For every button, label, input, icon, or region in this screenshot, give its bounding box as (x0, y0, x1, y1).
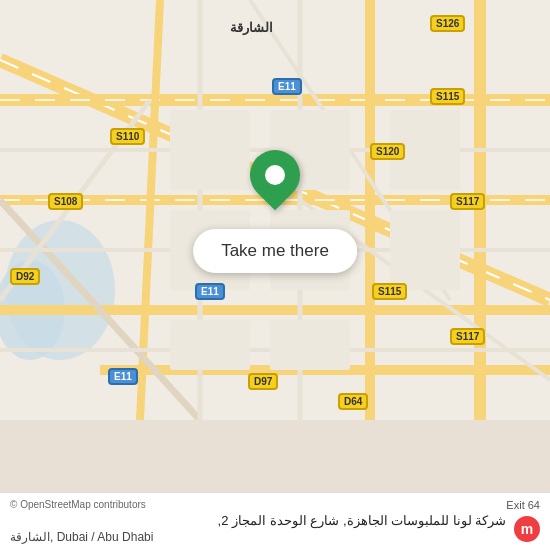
location-name: شركة لونا للملبوسات الجاهزة, شارع الوحدة… (10, 512, 506, 530)
shield-e11-mid: E11 (195, 283, 225, 300)
info-bar: © OpenStreetMap contributors شركة لونا ل… (0, 492, 550, 550)
take-me-there-button[interactable]: Take me there (193, 229, 357, 273)
shield-s110: S110 (110, 128, 145, 145)
shield-d97: D97 (248, 373, 278, 390)
exit-label: Exit 64 (506, 499, 540, 511)
shield-s108: S108 (48, 193, 83, 210)
shield-d92: D92 (10, 268, 40, 285)
shield-s117-low: S117 (450, 328, 485, 345)
shield-d64: D64 (338, 393, 368, 410)
shield-e11-low: E11 (108, 368, 138, 385)
moovit-icon: m (514, 516, 540, 542)
shield-e11-top: E11 (272, 78, 302, 95)
shield-s117-mid: S117 (450, 193, 485, 210)
city-label-sharjah: الشارقة (230, 20, 273, 35)
shield-s126: S126 (430, 15, 465, 32)
map-container: الشارقة S126 E11 S115 S110 S120 S108 S11… (0, 0, 550, 550)
svg-rect-28 (390, 210, 460, 290)
moovit-logo: m (514, 516, 540, 542)
osm-credit: © OpenStreetMap contributors (10, 499, 506, 510)
svg-rect-29 (170, 320, 250, 370)
location-city: الشارقة, Dubai / Abu Dhabi (10, 530, 506, 544)
shield-s115-top: S115 (430, 88, 465, 105)
shield-s115-mid: S115 (372, 283, 407, 300)
shield-s120: S120 (370, 143, 405, 160)
svg-rect-23 (170, 110, 250, 190)
svg-rect-30 (270, 320, 350, 370)
map-pin (250, 150, 300, 200)
